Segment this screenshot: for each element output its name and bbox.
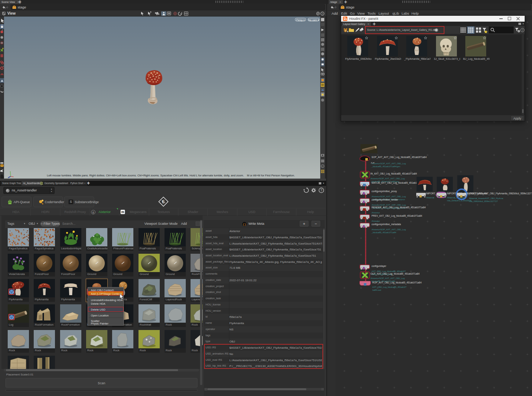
svg-text:{}: {} <box>243 223 246 226</box>
svg-text:?: ? <box>320 188 322 192</box>
svg-text:i: i <box>322 165 323 168</box>
svg-text:6: 6 <box>92 211 94 214</box>
svg-text:E: E <box>161 199 166 205</box>
svg-text:?: ? <box>322 12 323 15</box>
svg-text:?: ? <box>522 29 524 32</box>
